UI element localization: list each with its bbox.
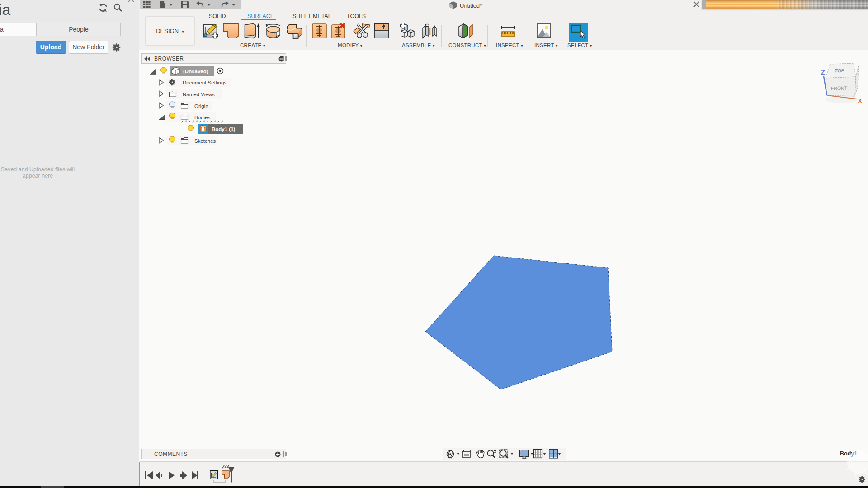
svg-text:Origin: Origin <box>194 103 208 109</box>
svg-text:X: X <box>858 97 862 104</box>
svg-text:Body1 (1): Body1 (1) <box>212 127 236 132</box>
svg-text:Document Settings: Document Settings <box>183 80 226 85</box>
svg-text:Z: Z <box>821 68 825 76</box>
svg-text:(Unsaved): (Unsaved) <box>183 69 208 74</box>
svg-text:TOP: TOP <box>835 68 845 74</box>
svg-text:Bodies: Bodies <box>194 115 210 120</box>
svg-text:FRONT: FRONT <box>831 85 848 91</box>
svg-text:Sketches: Sketches <box>194 138 216 144</box>
svg-text:Named Views: Named Views <box>183 92 215 97</box>
